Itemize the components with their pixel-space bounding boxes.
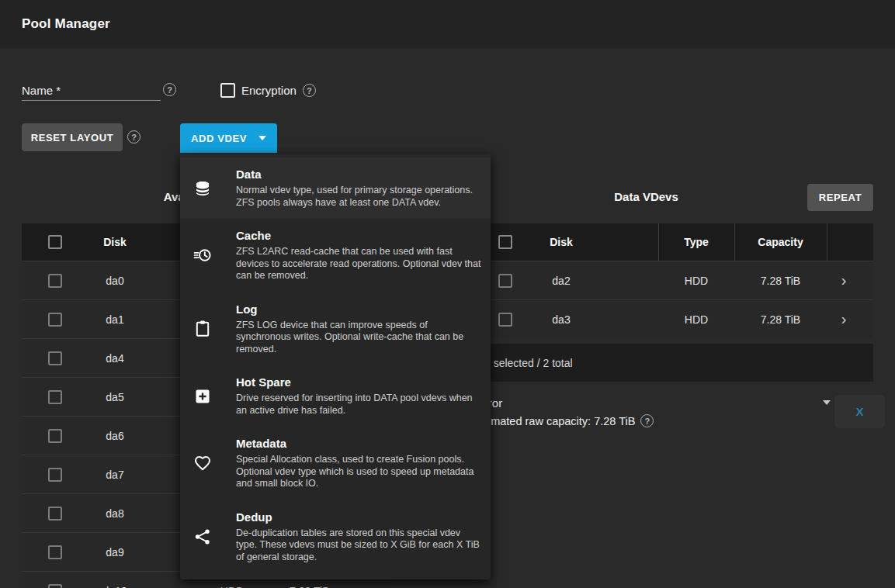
remove-vdev-button[interactable]: X: [834, 395, 885, 428]
top-bar: Pool Manager: [0, 0, 895, 48]
pool-manager-screen: Pool Manager Name * ? Encryption ? RESET…: [0, 0, 895, 588]
row-checkbox[interactable]: [498, 313, 512, 327]
chevron-right-icon[interactable]: ›: [831, 300, 856, 338]
database-icon: [193, 179, 212, 198]
data-vdevs-title: Data VDevs: [472, 190, 820, 203]
column-header-disk: Disk: [519, 223, 604, 261]
menu-item-dedup[interactable]: Dedup De-duplication tables are stored o…: [180, 500, 491, 574]
share-icon: [193, 527, 212, 546]
row-checkbox[interactable]: [48, 468, 62, 482]
help-icon[interactable]: ?: [127, 130, 140, 144]
caret-down-icon: [258, 136, 266, 140]
row-checkbox[interactable]: [48, 545, 62, 559]
reset-layout-button[interactable]: RESET LAYOUT: [22, 123, 123, 151]
estimated-capacity-note: Estimated raw capacity: 7.28 TiB ?: [472, 414, 654, 427]
select-all-checkbox[interactable]: [48, 235, 62, 249]
encryption-label: Encryption: [241, 84, 297, 97]
caret-down-icon: [823, 400, 831, 405]
menu-item-data[interactable]: Data Normal vdev type, used for primary …: [180, 157, 491, 219]
row-checkbox[interactable]: [48, 429, 62, 443]
encryption-group: Encryption ?: [220, 83, 316, 98]
help-icon[interactable]: ?: [303, 84, 316, 97]
selection-summary: 0 selected / 2 total: [472, 344, 873, 382]
row-checkbox[interactable]: [48, 584, 62, 588]
pool-name-label: Name *: [22, 84, 61, 97]
table-header-row: Disk Type Capacity: [472, 223, 873, 261]
row-checkbox[interactable]: [48, 313, 62, 327]
row-checkbox[interactable]: [48, 390, 62, 404]
add-vdev-menu: Data Normal vdev type, used for primary …: [180, 154, 491, 579]
table-row: da2 HDD 7.28 TiB ›: [472, 261, 873, 299]
table-row: da3 HDD 7.28 TiB ›: [472, 299, 873, 338]
heart-icon: [193, 454, 212, 472]
column-header-disk: Disk: [68, 223, 161, 261]
menu-item-hot-spare[interactable]: Hot Spare Drive reserved for inserting i…: [180, 365, 491, 427]
hot-spare-icon: [193, 387, 212, 406]
repeat-button[interactable]: REPEAT: [807, 184, 873, 211]
help-icon[interactable]: ?: [163, 83, 176, 96]
row-checkbox[interactable]: [48, 274, 62, 288]
select-all-checkbox[interactable]: [498, 235, 512, 249]
row-checkbox[interactable]: [48, 351, 62, 365]
menu-item-metadata[interactable]: Metadata Special Allocation class, used …: [180, 427, 491, 500]
add-vdev-button[interactable]: ADD VDEV: [180, 123, 277, 153]
chevron-right-icon[interactable]: ›: [831, 261, 856, 299]
encryption-checkbox[interactable]: [220, 83, 235, 98]
cache-icon: [193, 246, 212, 265]
help-icon[interactable]: ?: [640, 414, 654, 427]
clipboard-icon: [193, 320, 212, 338]
menu-item-log[interactable]: Log ZFS LOG device that can improve spee…: [180, 292, 491, 366]
row-checkbox[interactable]: [498, 274, 512, 288]
page-title: Pool Manager: [22, 16, 110, 32]
column-header-capacity: Capacity: [734, 223, 827, 261]
vdev-layout-select[interactable]: Mirror: [472, 392, 831, 413]
menu-item-cache[interactable]: Cache ZFS L2ARC read-cache that can be u…: [180, 219, 491, 292]
column-header-type: Type: [658, 223, 734, 261]
row-checkbox[interactable]: [48, 507, 62, 521]
data-vdevs-table: Disk Type Capacity da2 HDD 7.28 TiB › da…: [472, 223, 873, 338]
